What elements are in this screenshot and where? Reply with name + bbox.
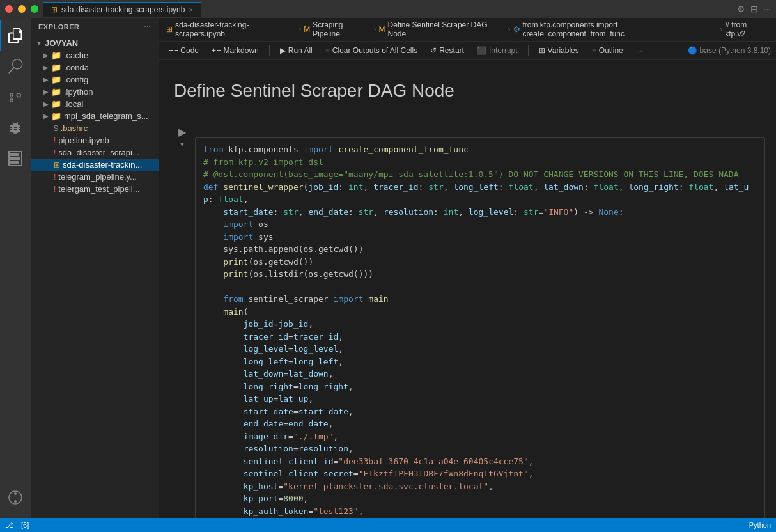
folder-icon: 📁	[51, 99, 61, 109]
cell-content: ⊞ ▶ ▶▼ ··· 🗑 from kfp.components import …	[195, 120, 765, 518]
maximize-dot[interactable]	[31, 5, 38, 13]
breadcrumb-icon3: M	[379, 25, 385, 34]
sidebar-item-label: sda-disaster-trackin...	[63, 160, 142, 169]
sidebar-item-label: .ipython	[64, 87, 93, 97]
sidebar-item-cache[interactable]: ▶ 📁 .cache	[31, 49, 159, 61]
more-icon[interactable]: ···	[763, 4, 771, 14]
breadcrumb-sep-1: ›	[299, 25, 301, 34]
sidebar-item-sda-disaster-scrapi[interactable]: ! sda_disaster_scrapi...	[31, 146, 159, 159]
sidebar-item-label: .config	[64, 75, 88, 84]
breadcrumb-import2[interactable]: # from kfp.v2	[725, 20, 768, 38]
layout-icon[interactable]: ⊟	[750, 4, 758, 14]
clear-label: Clear Outputs of All Cells	[332, 46, 417, 55]
sidebar-item-label: .bashrc	[61, 123, 88, 133]
run-all-button[interactable]: ▶ Run All	[275, 44, 318, 57]
breadcrumb-section2[interactable]: Define Sentinel Scraper DAG Node	[388, 20, 506, 38]
settings-icon[interactable]: ⚙	[737, 4, 745, 14]
content-area: ⊞ sda-disaster-tracking-scrapers.ipynb ›…	[159, 18, 776, 518]
run-cell-button[interactable]: ▶	[177, 125, 187, 139]
folder-icon: 📁	[51, 111, 61, 121]
add-code-button[interactable]: + + Code	[164, 44, 204, 57]
sidebar-item-local[interactable]: ▶ 📁 .local	[31, 98, 159, 110]
status-remote-icon[interactable]: ⎇	[5, 521, 13, 529]
activity-source-control[interactable]	[0, 82, 31, 113]
folder-chevron-icon: ▶	[43, 76, 49, 83]
sidebar-item-label: pipeline.ipynb	[58, 136, 109, 145]
new-file-icon[interactable]: ···	[144, 23, 151, 31]
restart-icon: ↺	[430, 46, 437, 55]
activity-files[interactable]	[0, 20, 31, 51]
sidebar: EXPLORER ··· ▼ JOVYAN ▶ 📁 .cache ▶	[31, 18, 159, 518]
exclaim-icon: !	[54, 136, 56, 145]
tree-section-header[interactable]: ▼ JOVYAN	[31, 37, 159, 49]
breadcrumb-import[interactable]: from kfp.components import create_compon…	[523, 20, 718, 38]
folder-icon: 📁	[51, 63, 61, 72]
folder-chevron-icon: ▶	[43, 113, 49, 120]
tree-section-label: JOVYAN	[45, 38, 78, 48]
explorer-label: EXPLORER	[38, 23, 80, 31]
tab-bar: ⊞ sda-disaster-tracking-scrapers.ipynb ×	[43, 2, 737, 17]
cell-move-up-button[interactable]: ⊞	[677, 122, 690, 135]
sidebar-item-telergam-test[interactable]: ! telergam_test_pipeli...	[31, 183, 159, 195]
minimize-dot[interactable]	[18, 5, 26, 13]
breadcrumb-section1[interactable]: Scraping Pipeline	[313, 20, 371, 38]
more-button[interactable]: ···	[631, 44, 648, 57]
variables-label: Variables	[548, 46, 579, 55]
breadcrumb-notebook[interactable]: sda-disaster-tracking-scrapers.ipynb	[175, 20, 296, 38]
variables-icon: ⊞	[539, 46, 545, 55]
activity-extensions[interactable]	[0, 143, 31, 174]
exclaim-icon: !	[54, 173, 56, 182]
tree-section-jovyan: ▼ JOVYAN ▶ 📁 .cache ▶ 📁 .conda ▶	[31, 36, 159, 196]
sidebar-item-config[interactable]: ▶ 📁 .config	[31, 74, 159, 86]
restart-button[interactable]: ↺ Restart	[425, 44, 469, 57]
activity-jupyter[interactable]	[0, 482, 31, 513]
folder-icon: 📁	[51, 51, 61, 60]
run-expand-button[interactable]: ▼	[178, 139, 187, 149]
cell-more-button[interactable]: ···	[731, 122, 743, 135]
activity-search[interactable]	[0, 51, 31, 82]
notebook-toolbar: + + Code + + Markdown ▶ Run All ≡ Clear …	[159, 42, 776, 60]
clear-outputs-button[interactable]: ≡ Clear Outputs of All Cells	[320, 44, 423, 57]
sidebar-item-conda[interactable]: ▶ 📁 .conda	[31, 61, 159, 74]
cell-run-above-button[interactable]: ▶	[692, 122, 704, 135]
interrupt-button[interactable]: ⬛ Interrupt	[472, 44, 523, 57]
sidebar-item-ipython[interactable]: ▶ 📁 .ipython	[31, 86, 159, 98]
cell-run-below-button[interactable]: ▶▼	[707, 122, 728, 135]
cell-delete-button[interactable]: 🗑	[746, 122, 760, 135]
clear-icon: ≡	[325, 46, 330, 55]
notebook-title: Define Sentinel Scraper DAG Node	[159, 70, 776, 116]
breadcrumb-icon4: ⚙	[513, 25, 520, 34]
breadcrumb-icon: ⊞	[166, 25, 173, 34]
sidebar-item-pipeline[interactable]: ! pipeline.ipynb	[31, 134, 159, 146]
activity-bar	[0, 18, 31, 518]
activity-debug[interactable]	[0, 113, 31, 143]
breadcrumb-sep-3: ›	[508, 25, 511, 34]
sidebar-item-sda-tracking-active[interactable]: ⊞ sda-disaster-trackin...	[31, 159, 159, 171]
outline-icon: ≡	[592, 46, 596, 55]
sidebar-item-label: .local	[64, 99, 83, 109]
folder-chevron-icon: ▶	[43, 100, 49, 107]
kernel-label[interactable]: base (Python 3.8.10)	[700, 46, 771, 55]
markdown-label: + Markdown	[217, 46, 259, 55]
svg-point-2	[14, 500, 17, 503]
interrupt-label: Interrupt	[489, 46, 518, 55]
toolbar-right: 🔵 base (Python 3.8.10)	[688, 46, 771, 55]
status-language[interactable]: Python	[749, 521, 771, 529]
tab-close-button[interactable]: ×	[189, 6, 192, 13]
variables-button[interactable]: ⊞ Variables	[534, 44, 584, 57]
folder-icon: 📁	[51, 87, 61, 97]
breadcrumb: ⊞ sda-disaster-tracking-scrapers.ipynb ›…	[159, 18, 776, 42]
tab-icon: ⊞	[51, 5, 58, 14]
sidebar-item-mpi-telegram[interactable]: ▶ 📁 mpi_sda_telegram_s...	[31, 110, 159, 122]
add-markdown-button[interactable]: + + Markdown	[206, 44, 264, 57]
sidebar-item-telegram-pipeline[interactable]: ! telegram_pipeline.y...	[31, 171, 159, 183]
folder-chevron-icon: ▶	[43, 88, 49, 95]
main-layout: EXPLORER ··· ▼ JOVYAN ▶ 📁 .cache ▶	[0, 18, 776, 518]
active-tab[interactable]: ⊞ sda-disaster-tracking-scrapers.ipynb ×	[43, 2, 201, 17]
close-dot[interactable]	[5, 5, 13, 13]
file-icon: $	[54, 124, 58, 133]
code-editor[interactable]: from kfp.components import create_compon…	[195, 137, 765, 518]
sidebar-item-bashrc[interactable]: $ .bashrc	[31, 122, 159, 134]
outline-button[interactable]: ≡ Outline	[587, 44, 628, 57]
interrupt-icon: ⬛	[477, 46, 486, 55]
